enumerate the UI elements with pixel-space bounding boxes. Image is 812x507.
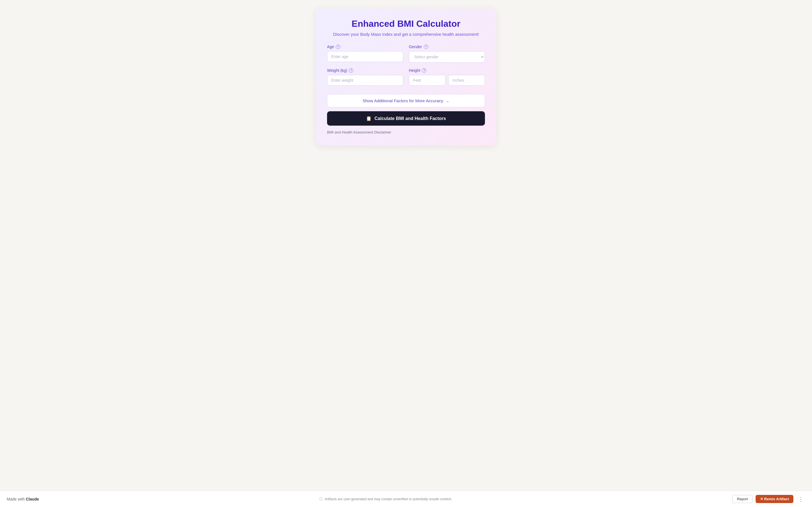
weight-group: Weight (kg) ? [327, 68, 403, 86]
height-group: Height ? [409, 68, 485, 86]
height-help-icon[interactable]: ? [422, 68, 426, 73]
height-feet-input[interactable] [409, 75, 446, 86]
age-help-icon[interactable]: ? [336, 45, 340, 49]
gender-help-icon[interactable]: ? [424, 45, 428, 49]
main-content: Enhanced BMI Calculator Discover your Bo… [0, 0, 812, 491]
info-icon: ⓘ [319, 497, 323, 502]
disclaimer-text: BMI and Health Assessment Disclaimer [327, 130, 485, 134]
footer: Made with Claude ⓘ Artifacts are user-ge… [0, 491, 812, 507]
more-options-button[interactable]: ⋮ [796, 495, 805, 503]
toggle-additional-factors-button[interactable]: Show Additional Factors for More Accurac… [327, 94, 485, 107]
age-group: Age ? [327, 45, 403, 62]
weight-help-icon[interactable]: ? [349, 68, 353, 73]
height-inputs-container [409, 75, 485, 86]
gender-group: Gender ? Select gender Male Female Other [409, 45, 485, 62]
page-subtitle: Discover your Body Mass Index and get a … [327, 32, 485, 37]
footer-actions: Report ✕ Remix Artifact ⋮ [732, 495, 805, 503]
weight-height-row: Weight (kg) ? Height ? [327, 68, 485, 86]
height-label: Height ? [409, 68, 485, 73]
remix-button[interactable]: ✕ Remix Artifact [756, 495, 794, 503]
page-title: Enhanced BMI Calculator [327, 18, 485, 29]
age-label: Age ? [327, 45, 403, 49]
footer-disclaimer: ⓘ Artifacts are user-generated and may c… [319, 497, 452, 502]
age-gender-row: Age ? Gender ? Select gender Male Female… [327, 45, 485, 62]
chevron-down-icon: ⌄ [446, 99, 449, 103]
calculator-icon: 📋 [366, 116, 371, 121]
report-button[interactable]: Report [732, 495, 753, 503]
gender-label: Gender ? [409, 45, 485, 49]
weight-input[interactable] [327, 75, 403, 86]
calculator-card: Enhanced BMI Calculator Discover your Bo… [316, 8, 496, 146]
height-inches-input[interactable] [448, 75, 485, 86]
gender-select[interactable]: Select gender Male Female Other [409, 51, 485, 62]
spacer [327, 91, 485, 94]
weight-label: Weight (kg) ? [327, 68, 403, 73]
calculate-button[interactable]: 📋 Calculate BMI and Health Factors [327, 111, 485, 126]
footer-made-with: Made with Claude [7, 497, 39, 501]
age-input[interactable] [327, 51, 403, 62]
